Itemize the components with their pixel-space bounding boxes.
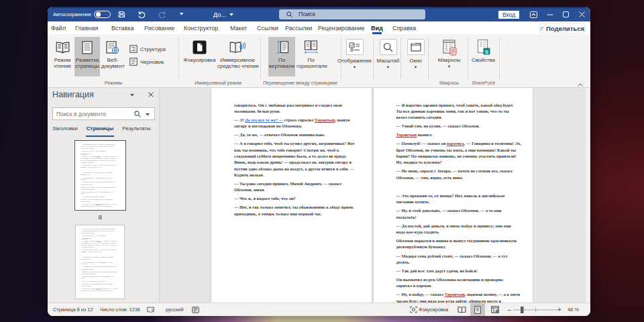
svg-text:S: S <box>484 49 488 55</box>
